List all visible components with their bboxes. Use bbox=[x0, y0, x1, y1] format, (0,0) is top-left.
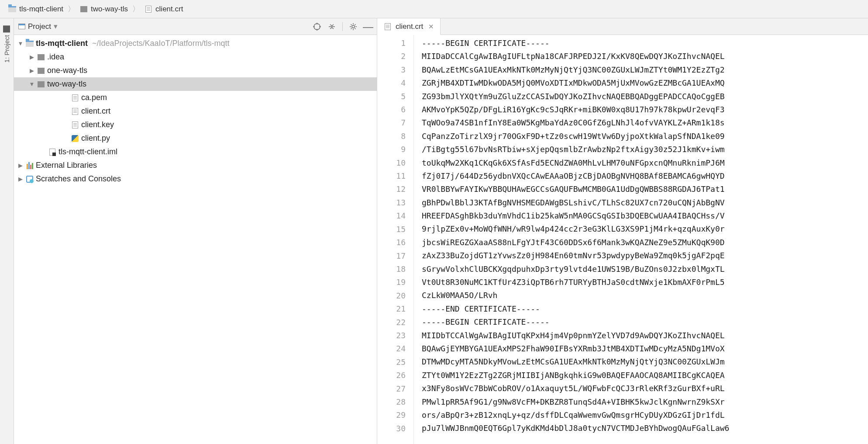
expand-icon[interactable]: ▶ bbox=[29, 54, 35, 60]
project-panel: Project ▾ — ▼tls-mqtt-client~/IdeaProjec… bbox=[14, 18, 377, 444]
tree-row[interactable]: ▶External Libraries bbox=[14, 159, 377, 172]
tree-label: one-way-tls bbox=[47, 66, 87, 75]
code-line: -----BEGIN CERTIFICATE----- bbox=[422, 316, 868, 329]
code-line: DTMwMDcyMTA5NDkyMVowLzEtMCsGA1UEAxMkNTk0… bbox=[422, 355, 868, 368]
project-panel-header: Project ▾ — bbox=[14, 18, 377, 35]
tree-row[interactable]: tls-mqtt-client.iml bbox=[14, 145, 377, 159]
tree-label: two-way-tls bbox=[47, 80, 86, 89]
tree-row[interactable]: client.py bbox=[14, 132, 377, 145]
code-line: TqWOo9a74SB1nfInY8Ea0W5KgMbaYdAz0C0GfZ6g… bbox=[422, 116, 868, 129]
code-line: -----END CERTIFICATE----- bbox=[422, 302, 868, 316]
code-line: AKMvoYpK5QZp/DFgLiR16YgKc9cSJqRKr+miBK0W… bbox=[422, 103, 868, 116]
editor-content[interactable]: -----BEGIN CERTIFICATE-----MIIDaDCCAlCgA… bbox=[414, 35, 868, 444]
code-line: zAxZ33BuZojdGT1zYvwsZz0jH984En60tmNvr53p… bbox=[422, 249, 868, 262]
tree-path: ~/IdeaProjects/KaaIoT/Platform/tls-mqtt bbox=[92, 39, 230, 48]
code-line: ZG93bmJlYXQtYm9uZGluZzCCASIwDQYJKoZIhvcN… bbox=[422, 90, 868, 103]
app-folder-icon bbox=[25, 40, 34, 48]
breadcrumb-item-file[interactable]: client.crt bbox=[144, 5, 183, 14]
code-line: CzLkW0MAA5O/LRvh bbox=[422, 289, 868, 302]
project-tool-tab[interactable]: 1: Project bbox=[1, 21, 12, 67]
project-strip-icon bbox=[3, 25, 10, 32]
tree-row[interactable]: ▼tls-mqtt-client~/IdeaProjects/KaaIoT/Pl… bbox=[14, 37, 377, 50]
code-line: 9rjlpZEx0v+MoWQfWNH/wR9lw4p424cc2r3eG3Kl… bbox=[422, 222, 868, 236]
tree-label: tls-mqtt-client bbox=[36, 39, 88, 48]
code-line: -----BEGIN CERTIFICATE----- bbox=[422, 37, 868, 50]
folder-icon bbox=[37, 80, 45, 88]
file-icon bbox=[144, 5, 153, 13]
expand-icon[interactable]: ▶ bbox=[17, 162, 24, 169]
code-line: pJu7lWWJBnmQ0EQT6Gpl7yKdKMd4bDlJ8a0tycN7… bbox=[422, 422, 868, 435]
breadcrumb: tls-mqtt-client 〉 two-way-tls 〉 client.c… bbox=[0, 0, 868, 18]
tree-label: .idea bbox=[47, 52, 64, 62]
code-line: MIIDbTCCAlWgAwIBAgIUTqKPxH4jm4Vp0pnmYZel… bbox=[422, 329, 868, 342]
chevron-down-icon: ▾ bbox=[54, 22, 58, 31]
editor-tab-label: client.crt bbox=[396, 22, 423, 31]
tool-window-strip: 1: Project bbox=[0, 18, 14, 444]
editor-area: client.crt ✕ 123456789101112131415161718… bbox=[377, 18, 868, 444]
tree-row[interactable]: ca.pem bbox=[14, 91, 377, 104]
code-line: Vt0Ut8R30NuMC1KTfUr4Z3iQpTB6rh7TURYyBTHJ… bbox=[422, 276, 868, 289]
collapse-all-icon[interactable] bbox=[327, 22, 336, 31]
breadcrumb-label: client.crt bbox=[155, 5, 183, 14]
expand-icon[interactable]: ▶ bbox=[17, 176, 24, 182]
breadcrumb-item-project[interactable]: tls-mqtt-client bbox=[8, 5, 63, 14]
tree-label: client.crt bbox=[81, 107, 110, 116]
breadcrumb-separator-icon: 〉 bbox=[65, 4, 78, 14]
editor-gutter: 1234567891011121314151617181920212223242… bbox=[377, 35, 414, 444]
breadcrumb-separator-icon: 〉 bbox=[130, 4, 142, 14]
tree-label: Scratches and Consoles bbox=[36, 174, 121, 184]
file-icon bbox=[383, 23, 392, 31]
tree-label: External Libraries bbox=[36, 161, 97, 170]
editor-tab-bar: client.crt ✕ bbox=[377, 18, 868, 35]
tree-row[interactable]: ▼two-way-tls bbox=[14, 77, 377, 91]
hide-icon[interactable]: — bbox=[364, 22, 372, 31]
code-line: gBhPDwlBblJ3KTAfBgNVHSMEGDAWgBSLshivC/TL… bbox=[422, 196, 868, 209]
code-line: BQAwGjEYMBYGA1UEAxMPS2FhaW90IFBsYXRmb3Jt… bbox=[422, 342, 868, 355]
gear-icon[interactable] bbox=[349, 22, 358, 31]
scratch-icon bbox=[25, 175, 34, 183]
tree-label: client.py bbox=[81, 134, 110, 143]
code-line: VR0lBBYwFAYIKwYBBQUHAwEGCCsGAQUFBwMCMB0G… bbox=[422, 183, 868, 196]
tree-label: ca.pem bbox=[81, 93, 107, 102]
code-line: BQAwLzEtMCsGA1UEAxMkNTk0MzMyNjQtYjQ3NC00… bbox=[422, 63, 868, 76]
tree-label: client.key bbox=[81, 120, 114, 129]
folder-icon bbox=[79, 5, 88, 13]
code-line: x3NFy8osWVc7BbWCobROV/o1Axaquyt5L/WQFwbF… bbox=[422, 382, 868, 395]
code-line: jbcsWiREGZGXaaAS88nLFgYJtF43C60DDSx6f6Ma… bbox=[422, 236, 868, 249]
code-line: MIIDaDCCAlCgAwIBAgIUFLtpNa18CAFJRPEDJ2I/… bbox=[422, 50, 868, 63]
expand-icon[interactable]: ▼ bbox=[17, 40, 24, 47]
code-line: ors/aBpQr3+zB12xnqLy+qz/dsffDLCqaWwemvGw… bbox=[422, 409, 868, 422]
file-icon bbox=[71, 94, 79, 102]
svg-point-0 bbox=[314, 24, 320, 30]
tree-row[interactable]: ▶Scratches and Consoles bbox=[14, 172, 377, 186]
py-icon bbox=[71, 135, 79, 142]
tree-row[interactable]: ▶one-way-tls bbox=[14, 64, 377, 77]
code-line: sGrywVolxhClUBCKXgqdpuhxDp3rty9lvtd4e1UW… bbox=[422, 263, 868, 276]
editor-tab-client-crt[interactable]: client.crt ✕ bbox=[377, 18, 441, 35]
project-tree[interactable]: ▼tls-mqtt-client~/IdeaProjects/KaaIoT/Pl… bbox=[14, 35, 377, 444]
tree-row[interactable]: client.key bbox=[14, 118, 377, 132]
app-folder-icon bbox=[8, 5, 17, 13]
tree-label: tls-mqtt-client.iml bbox=[59, 147, 117, 156]
code-line: toUkqMw2XKq1CKqGk6XSfAsFd5ECNdZWA0MhLvLH… bbox=[422, 156, 868, 170]
project-header-label: Project bbox=[28, 22, 51, 31]
code-line: PMwl1pRR5Af9G1/g9Nw8VcFM+DKBZR8TunqSd4A+… bbox=[422, 395, 868, 409]
close-icon[interactable]: ✕ bbox=[428, 23, 434, 31]
separator bbox=[342, 22, 343, 31]
expand-icon[interactable]: ▶ bbox=[29, 67, 35, 74]
code-line: HREEFDASghBkb3duYmVhdC1ib25kaW5nMA0GCSqG… bbox=[422, 209, 868, 222]
tree-row[interactable]: client.crt bbox=[14, 104, 377, 118]
file-icon bbox=[71, 108, 79, 115]
code-line: ZTYt0WM1Y2EzZTg2ZGRjMIIBIjANBgkqhkiG9w0B… bbox=[422, 369, 868, 382]
code-line: /TiBgtg55l67bvNsRTbiw+sXjepQqsmlbZrAwbzN… bbox=[422, 143, 868, 156]
expand-icon[interactable]: ▼ bbox=[29, 81, 35, 87]
project-view-selector[interactable]: Project ▾ bbox=[18, 22, 309, 31]
editor-body: 1234567891011121314151617181920212223242… bbox=[377, 35, 868, 444]
locate-icon[interactable] bbox=[313, 22, 321, 31]
tree-row[interactable]: ▶.idea bbox=[14, 50, 377, 64]
svg-point-6 bbox=[352, 25, 355, 28]
code-line: CqPanzZoTirzlX9jr70OGxF9D+tZz0scwH19WtVw… bbox=[422, 130, 868, 143]
breadcrumb-item-folder[interactable]: two-way-tls bbox=[79, 5, 128, 14]
folder-icon bbox=[37, 53, 45, 61]
file-icon bbox=[71, 121, 79, 129]
